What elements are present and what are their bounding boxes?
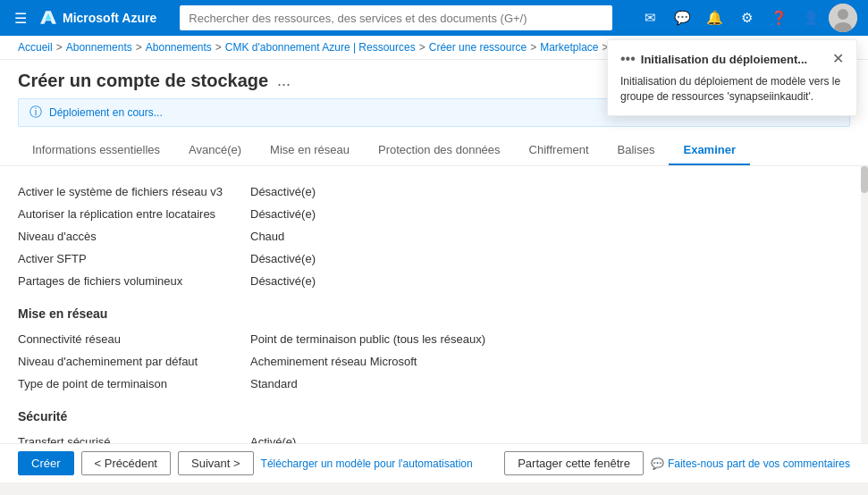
search-container: [180, 5, 612, 30]
footer-left: Créer < Précédent Suivant > Télécharger …: [18, 451, 473, 475]
download-template-link[interactable]: Télécharger un modèle pour l'automatisat…: [261, 457, 473, 470]
prop-acces-niveau: Niveau d'accès Chaud: [18, 225, 850, 248]
content-area: Activer le système de fichiers réseau v3…: [0, 166, 868, 443]
notification-body: Initialisation du déploiement de modèle …: [620, 74, 844, 105]
prop-acheminement: Niveau d'acheminement par défaut Achemin…: [18, 350, 850, 373]
azure-logo: Microsoft Azure: [39, 9, 156, 27]
notification-title: Initialisation du déploiement...: [641, 53, 807, 66]
top-navigation: ☰ Microsoft Azure ✉ 💬 🔔 ⚙ ❓ 👤: [0, 0, 868, 36]
notification-header: ••• Initialisation du déploiement... ✕: [620, 51, 844, 67]
section-securite-title: Sécurité: [18, 409, 850, 424]
scroll-thumb[interactable]: [861, 166, 868, 193]
footer: Créer < Précédent Suivant > Télécharger …: [0, 443, 868, 482]
next-button[interactable]: Suivant >: [178, 451, 254, 475]
prop-nfsv3: Activer le système de fichiers réseau v3…: [18, 180, 850, 203]
feedback-link[interactable]: 💬 Faites-nous part de vos commentaires: [651, 457, 850, 470]
svg-point-1: [838, 9, 848, 20]
section-securite: Sécurité Transfert sécurisé Activé(e) Au…: [18, 409, 850, 443]
notification-popup: ••• Initialisation du déploiement... ✕ I…: [607, 39, 857, 116]
avatar-image: [829, 4, 857, 32]
section-advanced: Activer le système de fichiers réseau v3…: [18, 180, 850, 292]
prev-button[interactable]: < Précédent: [81, 451, 171, 475]
prop-partages: Partages de fichiers volumineux Désactiv…: [18, 270, 850, 292]
prop-sftp: Activer SFTP Désactivé(e): [18, 248, 850, 270]
prop-replication: Autoriser la réplication entre locataire…: [18, 203, 850, 225]
tab-examiner[interactable]: Examiner: [669, 136, 750, 165]
hamburger-menu[interactable]: ☰: [11, 6, 30, 30]
search-input[interactable]: [180, 5, 612, 30]
share-button[interactable]: Partager cette fenêtre: [504, 451, 644, 475]
info-icon: ⓘ: [29, 105, 42, 121]
page-title: Créer un compte de stockage: [18, 71, 268, 91]
azure-icon: [39, 9, 57, 27]
scrollbar[interactable]: [861, 166, 868, 443]
prop-connectivite: Connectivité réseau Point de terminaison…: [18, 328, 850, 350]
tab-balises[interactable]: Balises: [603, 136, 670, 165]
tabs-container: Informations essentielles Avancé(e) Mise…: [18, 136, 850, 165]
tab-avance[interactable]: Avancé(e): [174, 136, 256, 165]
section-reseau: Mise en réseau Connectivité réseau Point…: [18, 306, 850, 395]
tab-informations[interactable]: Informations essentielles: [18, 136, 174, 165]
tab-protection[interactable]: Protection des données: [364, 136, 515, 165]
topnav-icons: ✉ 💬 🔔 ⚙ ❓ 👤: [636, 4, 857, 32]
avatar[interactable]: [829, 4, 857, 32]
section-reseau-title: Mise en réseau: [18, 306, 850, 321]
feedback-text: Faites-nous part de vos commentaires: [668, 457, 850, 470]
notification-close-btn[interactable]: ✕: [832, 52, 844, 66]
breadcrumb-creer[interactable]: Créer une ressource: [429, 41, 527, 54]
notification-title-row: ••• Initialisation du déploiement...: [620, 51, 807, 67]
azure-logo-text: Microsoft Azure: [63, 11, 156, 25]
gear-icon-btn[interactable]: ⚙: [732, 4, 761, 32]
help-icon-btn[interactable]: ❓: [764, 4, 793, 32]
chat-icon-btn[interactable]: 💬: [668, 4, 696, 32]
tab-chiffrement[interactable]: Chiffrement: [515, 136, 603, 165]
email-icon-btn[interactable]: ✉: [636, 4, 664, 32]
breadcrumb-abonnements1[interactable]: Abonnements: [66, 41, 132, 54]
prop-terminaison-type: Type de point de terminaison Standard: [18, 373, 850, 395]
breadcrumb-marketplace[interactable]: Marketplace: [540, 41, 598, 54]
deployment-status-text: Déploiement en cours...: [49, 106, 163, 119]
breadcrumb-accueil[interactable]: Accueil: [18, 41, 53, 54]
notification-dots: •••: [620, 51, 636, 67]
tab-reseau[interactable]: Mise en réseau: [256, 136, 364, 165]
footer-right: Partager cette fenêtre 💬 Faites-nous par…: [504, 451, 850, 475]
prop-transfert: Transfert sécurisé Activé(e): [18, 431, 850, 443]
feedback-icon: 💬: [651, 457, 664, 470]
breadcrumb-cmk[interactable]: CMK d'abonnement Azure | Ressources: [225, 41, 416, 54]
page-options-btn[interactable]: ...: [277, 71, 291, 90]
create-button[interactable]: Créer: [18, 451, 74, 475]
bell-icon-btn[interactable]: 🔔: [700, 4, 729, 32]
breadcrumb-abonnements2[interactable]: Abonnements: [146, 41, 212, 54]
person-icon-btn[interactable]: 👤: [796, 4, 825, 32]
